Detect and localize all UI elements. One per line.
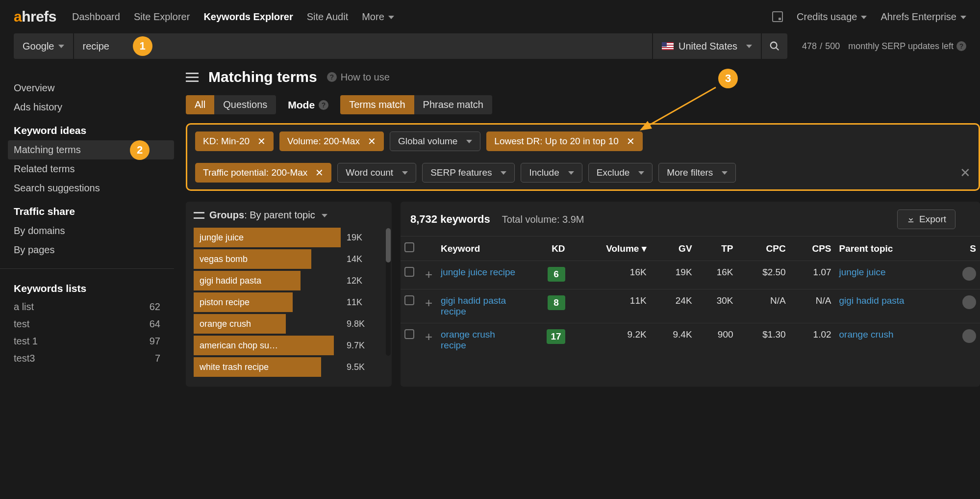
sidebar-item-matching-terms[interactable]: Matching terms 2 xyxy=(8,140,174,159)
logo[interactable]: ahrefs xyxy=(14,8,56,25)
filter-traffic-potential[interactable]: Traffic potential: 200-Max✕ xyxy=(195,163,331,183)
filter-serp-features[interactable]: SERP features xyxy=(422,163,515,183)
tab-phrase-match[interactable]: Phrase match xyxy=(414,95,492,114)
col-sf[interactable]: S xyxy=(958,236,980,261)
col-volume[interactable]: Volume ▾ xyxy=(569,236,651,261)
cell-tp: 16K xyxy=(696,261,737,289)
clear-filters-button[interactable]: ✕ xyxy=(960,165,971,181)
col-kd[interactable]: KD xyxy=(525,236,569,261)
select-all-checkbox[interactable] xyxy=(404,242,414,252)
credits-usage-menu[interactable]: Credits usage xyxy=(797,11,867,23)
export-label: Export xyxy=(919,214,946,225)
filter-label: Include xyxy=(529,167,559,178)
group-bar-row[interactable]: orange crush9.8K xyxy=(194,314,384,334)
sidebar-heading-traffic-share: Traffic share xyxy=(14,198,174,221)
col-parent-topic[interactable]: Parent topic xyxy=(835,236,958,261)
parent-topic-link[interactable]: jungle juice xyxy=(839,267,886,277)
group-bar-row[interactable]: piston recipe11K xyxy=(194,292,384,312)
filter-more[interactable]: More filters xyxy=(658,163,736,183)
expand-icon[interactable]: + xyxy=(425,329,432,344)
group-bar-row[interactable]: american chop su…9.7K xyxy=(194,336,384,355)
chevron-down-icon xyxy=(466,140,472,143)
sidebar-item-by-pages[interactable]: By pages xyxy=(14,240,174,260)
nav-keywords-explorer[interactable]: Keywords Explorer xyxy=(203,11,293,23)
chevron-down-icon xyxy=(501,171,506,175)
expand-icon[interactable]: + xyxy=(425,267,432,282)
search-engine-select[interactable]: Google xyxy=(14,33,73,59)
col-keyword[interactable]: Keyword xyxy=(437,236,525,261)
sort-desc-icon: ▾ xyxy=(642,243,647,254)
account-menu[interactable]: Ahrefs Enterprise xyxy=(880,11,966,23)
keywords-input[interactable]: recipe 1 xyxy=(74,33,653,59)
filter-volume[interactable]: Volume: 200-Max✕ xyxy=(279,131,384,151)
group-bar-row[interactable]: gigi hadid pasta12K xyxy=(194,271,384,290)
filter-lowest-dr[interactable]: Lowest DR: Up to 20 in top 10✕ xyxy=(486,131,642,151)
row-checkbox[interactable] xyxy=(404,329,414,339)
serp-badge[interactable] xyxy=(962,295,976,309)
close-icon[interactable]: ✕ xyxy=(315,167,324,179)
filter-kd[interactable]: KD: Min-20✕ xyxy=(195,131,274,151)
sidebar-item-overview[interactable]: Overview xyxy=(14,79,174,98)
groups-dropdown[interactable]: Groups: By parent topic xyxy=(209,210,327,221)
sidebar-item-by-domains[interactable]: By domains xyxy=(14,221,174,240)
sidebar-list-item[interactable]: test64 xyxy=(14,315,174,333)
sidebar-item-search-suggestions[interactable]: Search suggestions xyxy=(14,179,174,198)
export-button[interactable]: Export xyxy=(897,210,955,229)
sidebar-list-item[interactable]: test37 xyxy=(14,350,174,367)
col-cpc[interactable]: CPC xyxy=(737,236,790,261)
expand-icon[interactable]: + xyxy=(425,295,432,310)
keyword-link[interactable]: orange crush recipe xyxy=(441,329,495,350)
sidebar-heading-keyword-ideas: Keyword ideas xyxy=(14,117,174,140)
filter-include[interactable]: Include xyxy=(521,163,582,183)
keyword-link[interactable]: jungle juice recipe xyxy=(441,267,515,277)
help-icon[interactable]: ? xyxy=(956,41,966,51)
close-icon[interactable]: ✕ xyxy=(368,135,376,147)
nav-site-explorer[interactable]: Site Explorer xyxy=(134,11,190,23)
scrollbar-thumb[interactable] xyxy=(386,228,391,263)
col-tp[interactable]: TP xyxy=(696,236,737,261)
filter-word-count[interactable]: Word count xyxy=(337,163,416,183)
row-checkbox[interactable] xyxy=(404,267,414,277)
filter-global-volume[interactable]: Global volume xyxy=(390,131,480,151)
sidebar-list-item[interactable]: test 197 xyxy=(14,333,174,350)
results-count: 8,732 keywords xyxy=(410,213,490,226)
sidebar-item-related-terms[interactable]: Related terms xyxy=(14,159,174,179)
parent-topic-link[interactable]: gigi hadid pasta xyxy=(839,295,905,306)
chevron-down-icon xyxy=(58,45,64,48)
nav-more[interactable]: More xyxy=(362,11,394,23)
group-bar-row[interactable]: jungle juice19K xyxy=(194,228,384,247)
serp-badge[interactable] xyxy=(962,329,976,343)
projects-icon[interactable] xyxy=(772,11,783,22)
search-button[interactable] xyxy=(762,33,787,59)
filter-label: Volume: 200-Max xyxy=(287,136,360,147)
cell-volume: 11K xyxy=(569,289,651,323)
col-cps[interactable]: CPS xyxy=(790,236,835,261)
row-checkbox[interactable] xyxy=(404,295,414,305)
tab-all[interactable]: All xyxy=(186,95,214,114)
col-gv[interactable]: GV xyxy=(651,236,696,261)
help-icon[interactable]: ? xyxy=(319,100,328,110)
nav-site-audit[interactable]: Site Audit xyxy=(307,11,349,23)
serp-badge[interactable] xyxy=(962,267,976,281)
sidebar-list-item[interactable]: a list62 xyxy=(14,298,174,315)
how-to-use-link[interactable]: ? How to use xyxy=(327,72,390,83)
mode-tabs: Terms match Phrase match xyxy=(340,95,492,114)
help-icon: ? xyxy=(327,72,337,82)
close-icon[interactable]: ✕ xyxy=(257,135,266,147)
sliders-icon[interactable] xyxy=(194,211,204,220)
filter-exclude[interactable]: Exclude xyxy=(588,163,653,183)
group-bar-row[interactable]: white trash recipe9.5K xyxy=(194,357,384,377)
parent-topic-link[interactable]: orange crush xyxy=(839,329,894,340)
group-bar-row[interactable]: vegas bomb14K xyxy=(194,249,384,269)
scrollbar[interactable] xyxy=(386,228,391,356)
tab-questions[interactable]: Questions xyxy=(214,95,276,114)
chevron-down-icon xyxy=(568,171,574,175)
tab-terms-match[interactable]: Terms match xyxy=(340,95,414,114)
close-icon[interactable]: ✕ xyxy=(627,135,635,147)
sidebar-toggle-icon[interactable] xyxy=(186,73,199,82)
sidebar-item-ads-history[interactable]: Ads history xyxy=(14,98,174,117)
country-select[interactable]: United States xyxy=(653,33,761,59)
nav-dashboard[interactable]: Dashboard xyxy=(72,11,120,23)
keyword-link[interactable]: gigi hadid pasta recipe xyxy=(441,295,506,316)
chevron-down-icon xyxy=(388,16,394,19)
